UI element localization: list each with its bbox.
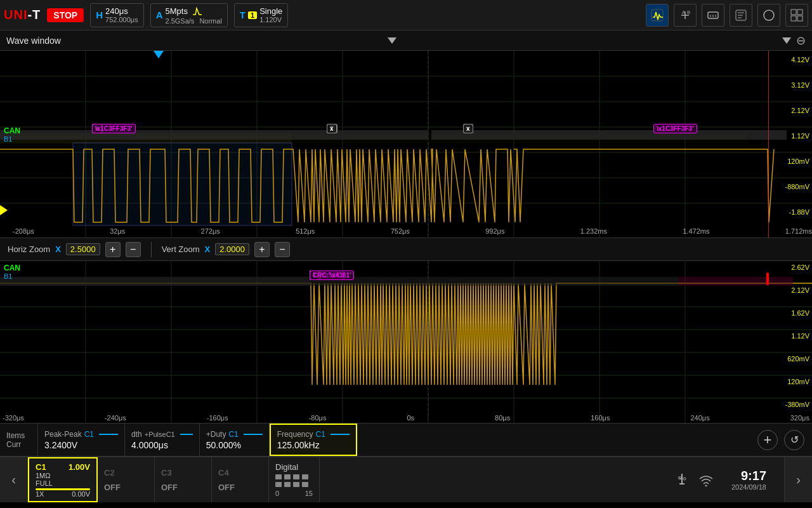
dig-dot-1	[275, 474, 282, 479]
ch3-cell[interactable]: C3 OFF	[155, 457, 212, 502]
t-label-9: 1.712ms	[785, 227, 812, 235]
search-icon[interactable]: ⊖	[796, 34, 806, 48]
lt-8: 240μs	[690, 414, 709, 422]
trigger-marker	[154, 51, 164, 58]
meas-duty-line	[244, 434, 263, 435]
trigger-mode: Single	[259, 6, 282, 16]
sample-section[interactable]: A 5Mpts 2.5GSa/s Normal	[150, 3, 228, 27]
vert-zoom-label: Vert Zoom	[162, 244, 200, 254]
meas-cell-freq[interactable]: Frequency C1 125.00kHz	[270, 424, 357, 456]
svg-rect-56	[311, 277, 679, 286]
digital-num: 0	[275, 490, 279, 497]
h-time1: 240μs	[105, 6, 138, 16]
decode-x3: x	[327, 124, 337, 133]
meas-cell-pp[interactable]: Peak-Peak C1 3.2400V	[38, 424, 125, 456]
wave-dropdown-btn2[interactable]	[782, 37, 791, 44]
lt-3: -160μs	[207, 414, 228, 422]
ch1-marker	[0, 205, 8, 215]
t-label-8: 1.472ms	[683, 227, 709, 235]
meas-pp-line	[99, 434, 118, 435]
refresh-measurement-btn[interactable]: ↺	[784, 430, 804, 450]
lv-scale-6: 120mV	[787, 378, 809, 385]
svg-rect-14	[791, 10, 796, 15]
upper-time-axis: -208μs 32μs 272μs 512μs 752μs 992μs 1.23…	[0, 227, 812, 235]
vert-x-label: X	[205, 244, 211, 254]
meas-duty-val: 50.000%	[206, 440, 263, 450]
lower-cursor	[766, 272, 769, 285]
lt-6: 80μs	[495, 414, 510, 422]
wifi-icon	[698, 474, 714, 486]
wave-dropdown-btn[interactable]	[388, 37, 396, 44]
cursor-icon[interactable]: B A	[674, 4, 697, 27]
svg-text:A: A	[682, 10, 686, 15]
ch4-status: OFF	[218, 483, 262, 492]
horizontal-section[interactable]: H 240μs 752.000μs	[90, 3, 143, 27]
svg-rect-55	[0, 277, 311, 286]
lt-1: -320μs	[3, 414, 24, 422]
ch2-name: C2	[104, 468, 115, 478]
meas-freq-name: Frequency	[277, 430, 313, 439]
lv-scale-3: 1.62V	[791, 309, 809, 317]
ch1-volt: 1.00V	[69, 462, 90, 472]
measure-icon[interactable]	[730, 4, 752, 27]
prev-channel-btn[interactable]: ‹	[0, 457, 28, 502]
channel-bar: ‹ C1 1.00V 1MΩ FULL 1X 0.00V C2 OFF C3 O…	[0, 457, 812, 502]
v-scale-3: 3.12V	[791, 81, 809, 89]
sample-pts: 5Mpts	[166, 6, 188, 16]
ch4-name: C4	[218, 468, 229, 478]
decode-lcrc: CRC:'\x4381'	[310, 271, 354, 280]
t-label-1: -208μs	[13, 227, 34, 235]
svg-rect-16	[791, 16, 796, 21]
meas-cell-dth[interactable]: dth +PulseC1 4.0000μs	[125, 424, 200, 456]
lower-wave: CAN B1 ID:'\x70F' x U N I - T CRC:'\x438…	[0, 261, 812, 424]
decode-icon[interactable]	[702, 4, 724, 27]
horiz-minus-btn[interactable]: −	[126, 242, 141, 257]
vert-plus-btn[interactable]: +	[254, 242, 270, 257]
add-measurement-btn[interactable]: +	[757, 430, 778, 450]
ch1-offset: 0.00V	[72, 490, 90, 498]
waveform-view-icon[interactable]	[646, 4, 669, 27]
t-label-4: 512μs	[296, 227, 315, 235]
meas-duty-ch: C1	[228, 430, 238, 439]
vert-minus-btn[interactable]: −	[275, 242, 290, 257]
top-bar: UNI-T STOP H 240μs 752.000μs A 5Mpts 2.5…	[0, 0, 812, 30]
digital-cell[interactable]: Digital 0 15	[269, 457, 320, 502]
digital-label: Digital	[275, 462, 298, 472]
horiz-plus-btn[interactable]: +	[105, 242, 121, 257]
meas-right-icons: + ↺	[750, 424, 812, 456]
circle-icon[interactable]	[757, 4, 780, 27]
lv-scale-2: 2.12V	[791, 286, 809, 294]
next-channel-btn[interactable]: ›	[784, 457, 812, 502]
ch4-cell[interactable]: C4 OFF	[212, 457, 269, 502]
ch1-imp: 1MΩ	[36, 472, 90, 479]
sample-rate: 2.5GSa/s	[166, 17, 195, 25]
ch1-name: C1	[36, 462, 46, 472]
horiz-zoom-label: Horiz Zoom	[8, 244, 50, 254]
curr-text: Curr	[6, 440, 31, 449]
upper-b1-label: B1	[4, 135, 12, 143]
waveform-svg	[650, 8, 664, 22]
ch2-status: OFF	[104, 483, 148, 492]
t-label: T	[240, 10, 246, 20]
ch1-cell[interactable]: C1 1.00V 1MΩ FULL 1X 0.00V	[28, 457, 98, 502]
meas-dth-val: 4.0000μs	[131, 440, 193, 450]
usb-icon	[676, 472, 688, 488]
dig-dot-8	[302, 482, 308, 487]
grid-icon[interactable]	[785, 4, 808, 27]
svg-rect-37	[292, 130, 428, 140]
decode-svg	[706, 8, 720, 22]
a-label: A	[156, 10, 163, 20]
dig-dot-6	[284, 482, 291, 487]
stop-button[interactable]: STOP	[47, 8, 84, 22]
trigger-section[interactable]: T 1 Single 1.120V	[234, 3, 288, 27]
upper-wave: CAN B1 x U N I - T x \x1C3FF3F3' U N I -…	[0, 51, 812, 238]
digital-ch-num: 15	[305, 490, 313, 497]
svg-rect-17	[797, 16, 802, 21]
meas-cell-duty[interactable]: +Duty C1 50.000%	[200, 424, 270, 456]
ch2-cell[interactable]: C2 OFF	[98, 457, 155, 502]
wave-window-title: Wave window	[6, 36, 383, 46]
meas-freq-val: 125.00kHz	[277, 440, 350, 450]
lower-time-axis: -320μs -240μs -160μs -80μs 0s 80μs 160μs…	[0, 414, 812, 422]
dig-dot-3	[293, 474, 299, 479]
usb-svg	[676, 472, 688, 488]
